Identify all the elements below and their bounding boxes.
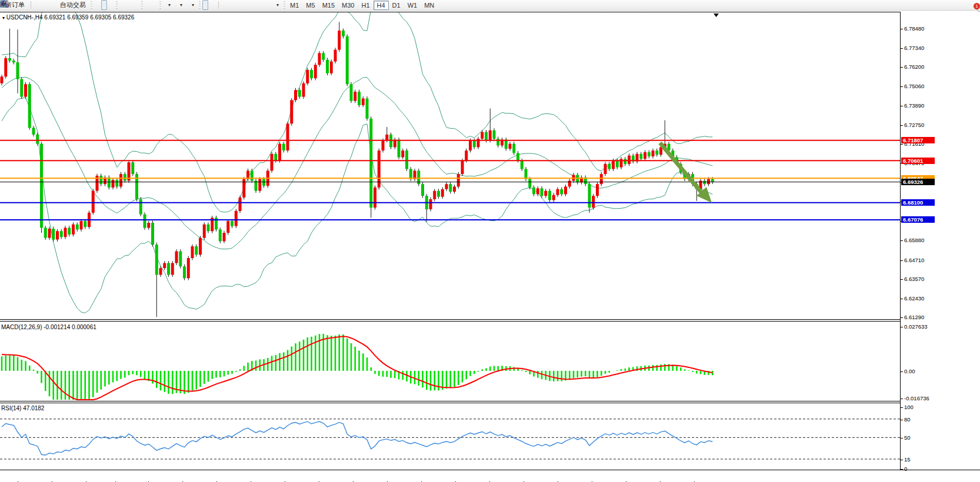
rsi-line bbox=[2, 421, 712, 455]
chart-shift-marker-icon[interactable] bbox=[714, 14, 719, 17]
macd-main-value: -0.001214 bbox=[44, 324, 70, 330]
channel-tool-button[interactable]: E bbox=[243, 0, 249, 10]
crosshair-tool-button[interactable] bbox=[209, 0, 215, 10]
bollinger-bands-layer bbox=[2, 12, 712, 313]
auto-scroll-button[interactable] bbox=[145, 0, 151, 10]
rsi-value: 47.0182 bbox=[23, 405, 44, 411]
bollinger-middle-band bbox=[2, 77, 712, 249]
rsi-axis-50: 50 bbox=[901, 434, 911, 441]
timeframe-M15[interactable]: M15 bbox=[319, 1, 338, 10]
price-tick: 6.61290 bbox=[901, 314, 924, 320]
signals-button[interactable] bbox=[48, 0, 54, 10]
price-tick: 6.78480 bbox=[901, 25, 924, 32]
fibonacci-tool-button[interactable]: F bbox=[250, 0, 256, 10]
line-chart-type-button[interactable] bbox=[108, 0, 114, 10]
ohlc-high: 6.69359 bbox=[67, 14, 88, 21]
bar-chart-type-button[interactable] bbox=[94, 0, 100, 10]
timeframe-toolbar: M1M5M15M30H1H4D1W1MN bbox=[286, 1, 438, 10]
chart-area: ▾ USDCNH-,H4 6.69321 6.69359 6.69305 6.6… bbox=[0, 12, 980, 482]
macd-signal-value: 0.000061 bbox=[72, 324, 96, 330]
level-lines-layer[interactable] bbox=[0, 140, 900, 220]
tile-windows-button[interactable] bbox=[134, 0, 139, 10]
macd-label: MACD(12,26,9) -0.001214 0.000061 bbox=[1, 324, 96, 330]
macd-axis-max: 0.027633 bbox=[901, 323, 928, 330]
macd-axis-min: -0.016736 bbox=[901, 395, 929, 401]
trendline-tool-button[interactable] bbox=[236, 0, 242, 10]
timeframe-M5[interactable]: M5 bbox=[302, 1, 318, 10]
price-tick: 6.63570 bbox=[901, 276, 924, 282]
rsi-axis-15: 15 bbox=[901, 456, 911, 463]
autotrading-label: 自动交易 bbox=[60, 1, 86, 9]
timeframe-W1[interactable]: W1 bbox=[404, 1, 421, 10]
macd-layer bbox=[2, 334, 712, 400]
timeframe-H4[interactable]: H4 bbox=[374, 1, 389, 10]
candle-chart-type-button[interactable] bbox=[101, 0, 107, 10]
timeframe-H1[interactable]: H1 bbox=[358, 1, 373, 10]
arrows-dropdown-arrow[interactable]: ▾ bbox=[276, 2, 279, 8]
rsi-axis-80: 80 bbox=[901, 416, 911, 423]
price-tick: 6.65880 bbox=[901, 237, 924, 243]
price-tick: 6.77340 bbox=[901, 45, 924, 51]
level-price-label-6.71807: 6.71807 bbox=[901, 137, 935, 143]
bollinger-lower-band bbox=[2, 98, 712, 313]
level-price-label-6.67076: 6.67076 bbox=[901, 216, 935, 223]
arrows-tool-button[interactable]: ▾ bbox=[271, 0, 282, 10]
symbol-info-bar: ▾ USDCNH-,H4 6.69321 6.69359 6.69305 6.6… bbox=[2, 14, 134, 21]
text-tool-button[interactable]: A bbox=[257, 0, 263, 10]
rsi-layer bbox=[0, 419, 900, 459]
price-tick: 6.73890 bbox=[901, 102, 924, 109]
cursor-tool-button[interactable] bbox=[202, 0, 208, 10]
level-price-label-6.70601: 6.70601 bbox=[901, 158, 935, 164]
symbol-collapse-icon[interactable]: ▾ bbox=[2, 15, 5, 21]
indicators-dropdown-arrow[interactable]: ▾ bbox=[168, 2, 171, 8]
indicators-button[interactable]: ▾ bbox=[163, 0, 174, 10]
timeframe-MN[interactable]: MN bbox=[421, 1, 438, 10]
symbol-title: USDCNH-,H4 bbox=[6, 14, 43, 21]
chart-canvas[interactable] bbox=[0, 12, 900, 482]
templates-button[interactable]: ▾ bbox=[186, 0, 197, 10]
zoom-in-button[interactable] bbox=[119, 0, 125, 10]
chart-shift-button[interactable] bbox=[152, 0, 158, 10]
quotes-button[interactable] bbox=[34, 0, 40, 10]
text-label-tool-button[interactable]: T bbox=[264, 0, 270, 10]
chart-window-button[interactable] bbox=[41, 0, 47, 10]
vertical-line-tool-button[interactable] bbox=[222, 0, 228, 10]
notification-badge: 1 bbox=[974, 3, 980, 9]
rsi-label: RSI(14) 47.0182 bbox=[1, 405, 44, 411]
price-tick: 6.75060 bbox=[901, 83, 924, 89]
periods-dropdown-arrow[interactable]: ▾ bbox=[180, 2, 182, 8]
toolbar: 新订单 自动交易 bbox=[0, 0, 980, 11]
ohlc-open: 6.69321 bbox=[44, 14, 65, 21]
timeframe-M30[interactable]: M30 bbox=[338, 1, 358, 10]
zoom-out-button[interactable] bbox=[126, 0, 132, 10]
price-tick: 6.72750 bbox=[901, 122, 924, 128]
horizontal-line-tool-button[interactable] bbox=[229, 0, 235, 10]
autotrading-button[interactable]: 自动交易 bbox=[55, 0, 89, 10]
macd-signal-line bbox=[2, 336, 712, 400]
price-tick: 6.64710 bbox=[901, 257, 924, 263]
price-tick: 6.62430 bbox=[901, 295, 924, 302]
price-tick: 6.76200 bbox=[901, 63, 924, 70]
timeframe-D1[interactable]: D1 bbox=[389, 1, 404, 10]
level-price-label-6.68100: 6.68100 bbox=[901, 199, 935, 206]
ohlc-close: 6.69326 bbox=[113, 14, 134, 21]
macd-axis-zero: 0.00 bbox=[901, 368, 915, 374]
ohlc-low: 6.69305 bbox=[90, 14, 111, 21]
templates-dropdown-arrow[interactable]: ▾ bbox=[192, 2, 194, 8]
periods-button[interactable]: ▾ bbox=[175, 0, 185, 10]
price-axis[interactable]: 6.784806.773406.762006.750606.738906.727… bbox=[901, 12, 980, 470]
mt4-terminal-window: 新订单 自动交易 bbox=[0, 0, 980, 482]
current-price-label: 6.69326 bbox=[901, 179, 935, 185]
rsi-axis-0: 0 bbox=[901, 466, 907, 472]
timeframe-M1[interactable]: M1 bbox=[286, 1, 302, 10]
trend-arrow-object[interactable] bbox=[660, 143, 712, 203]
rsi-axis-100: 100 bbox=[901, 404, 914, 410]
